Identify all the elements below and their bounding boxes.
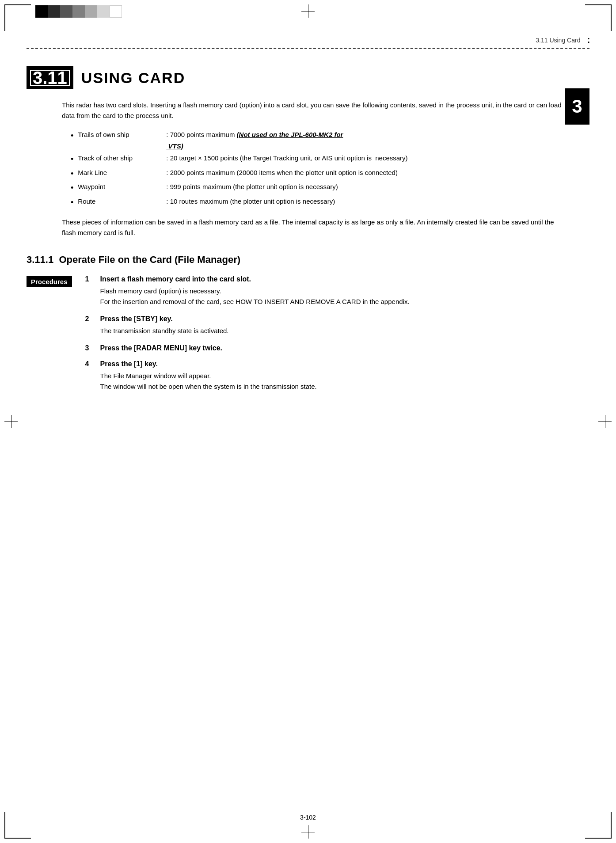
subsection-title: Operate File on the Card (File Manager) <box>59 254 240 265</box>
header-dashes <box>27 48 589 49</box>
main-content: 3.11 USING CARD This radar has two card … <box>27 53 563 410</box>
crosshair-right <box>598 415 612 428</box>
step-4-header: 4 Press the [1] key. <box>85 360 563 368</box>
procedures-block: Procedures 1 Insert a flash memory card … <box>27 275 563 400</box>
bullet-desc: : 10 routes maximum (the plotter unit op… <box>166 196 563 207</box>
section-title: USING CARD <box>81 69 185 87</box>
step-1-number: 1 <box>85 275 94 283</box>
color-swatch-1 <box>35 5 48 18</box>
page-number: 3-102 <box>300 814 316 821</box>
subsection-heading: 3.11.1 Operate File on the Card (File Ma… <box>27 254 563 266</box>
header-dots: ∶ <box>587 35 589 46</box>
step-2-title: Press the [STBY] key. <box>100 315 173 323</box>
bullet-label: Trails of own ship <box>78 129 166 140</box>
section-heading: 3.11 USING CARD <box>27 66 563 89</box>
bullet-list: Trails of own ship : 7000 points maximum… <box>71 129 563 209</box>
bullet-label: Waypoint <box>78 181 166 193</box>
color-swatch-6 <box>97 5 110 18</box>
step-3-title: Press the [RADAR MENU] key twice. <box>100 344 223 352</box>
procedures-badge: Procedures <box>27 276 72 287</box>
bullet-label: Route <box>78 196 166 207</box>
summary-paragraph: These pieces of information can be saved… <box>62 217 563 238</box>
step-4-title: Press the [1] key. <box>100 360 158 368</box>
list-item: Route : 10 routes maximum (the plotter u… <box>71 196 563 209</box>
header-right: 3.11 Using Card ∶ <box>27 35 589 46</box>
procedure-steps: 1 Insert a flash memory card into the ca… <box>85 275 563 400</box>
step-2-desc: The transmission standby state is activa… <box>100 326 563 336</box>
step-4-desc: The File Manager window will appear. The… <box>100 371 563 392</box>
color-bar <box>35 5 122 18</box>
step-1: 1 Insert a flash memory card into the ca… <box>85 275 563 307</box>
step-2-header: 2 Press the [STBY] key. <box>85 315 563 323</box>
color-swatch-5 <box>85 5 97 18</box>
step-2: 2 Press the [STBY] key. The transmission… <box>85 315 563 336</box>
header-area: 3.11 Using Card ∶ <box>0 35 616 49</box>
step-2-number: 2 <box>85 315 94 323</box>
corner-decoration-tr <box>585 4 612 31</box>
color-swatch-7 <box>110 5 122 18</box>
list-item: Trails of own ship : 7000 points maximum… <box>71 129 563 152</box>
corner-decoration-tl <box>4 4 31 31</box>
crosshair-top <box>301 4 315 18</box>
color-swatch-4 <box>72 5 85 18</box>
crosshair-left <box>4 415 18 428</box>
step-4: 4 Press the [1] key. The File Manager wi… <box>85 360 563 392</box>
page-footer: 3-102 <box>0 814 616 821</box>
bullet-label: Track of other ship <box>78 152 166 164</box>
step-1-desc: Flash memory card (option) is necessary.… <box>100 286 563 307</box>
step-1-header: 1 Insert a flash memory card into the ca… <box>85 275 563 283</box>
special-text: (Not used on the JPL-600-MK2 for VTS) <box>166 131 343 150</box>
bullet-desc: : 2000 points maximum (20000 items when … <box>166 167 563 178</box>
bullet-label: Mark Line <box>78 167 166 178</box>
section-number-box: 3.11 <box>27 66 73 89</box>
subsection-number: 3.11.1 <box>27 254 53 265</box>
step-3-number: 3 <box>85 344 94 352</box>
color-swatch-3 <box>60 5 72 18</box>
bullet-desc: : 7000 points maximum (Not used on the J… <box>166 129 563 152</box>
section-ref-text: 3.11 Using Card <box>536 37 580 44</box>
step-3: 3 Press the [RADAR MENU] key twice. <box>85 344 563 352</box>
chapter-tab: 3 <box>565 88 589 125</box>
bullet-desc: : 20 target × 1500 points (the Target Tr… <box>166 152 563 164</box>
bullet-desc: : 999 points maximum (the plotter unit o… <box>166 181 563 193</box>
step-3-header: 3 Press the [RADAR MENU] key twice. <box>85 344 563 352</box>
crosshair-bottom <box>301 825 315 839</box>
step-1-title: Insert a flash memory card into the card… <box>100 275 251 283</box>
list-item: Track of other ship : 20 target × 1500 p… <box>71 152 563 166</box>
color-swatch-2 <box>48 5 60 18</box>
list-item: Waypoint : 999 points maximum (the plott… <box>71 181 563 195</box>
list-item: Mark Line : 2000 points maximum (20000 i… <box>71 167 563 181</box>
step-4-number: 4 <box>85 360 94 368</box>
intro-paragraph: This radar has two card slots. Inserting… <box>62 100 563 121</box>
